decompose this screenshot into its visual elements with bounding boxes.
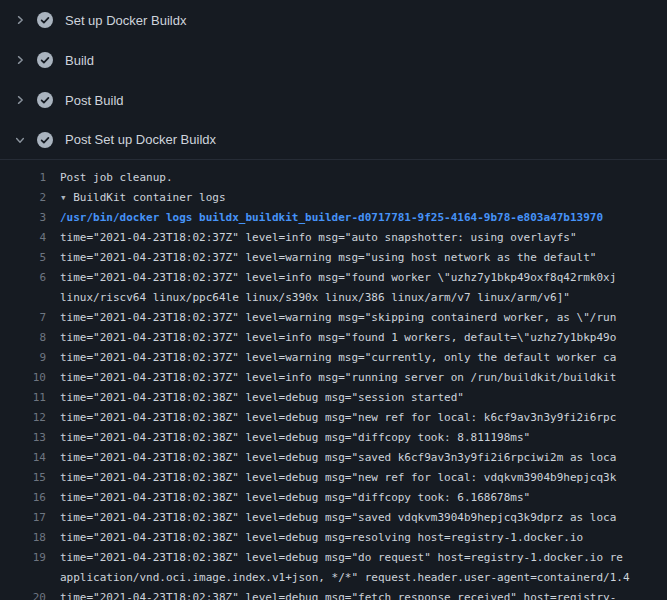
log-text: time="2021-04-23T18:02:38Z" level=debug …	[60, 528, 583, 548]
status-check-icon	[37, 52, 53, 68]
log-text: time="2021-04-23T18:02:38Z" level=debug …	[60, 468, 616, 488]
log-text: time="2021-04-23T18:02:38Z" level=debug …	[60, 488, 530, 508]
log-line: 16 time="2021-04-23T18:02:38Z" level=deb…	[0, 488, 667, 508]
line-number[interactable]: 9	[0, 348, 46, 368]
log-text: /usr/bin/docker logs buildx_buildkit_bui…	[60, 208, 603, 228]
log-line: 2 ▾ BuildKit container logs	[0, 188, 667, 208]
status-check-icon	[37, 92, 53, 108]
log-line: 18 time="2021-04-23T18:02:38Z" level=deb…	[0, 528, 667, 548]
log-text: time="2021-04-23T18:02:38Z" level=debug …	[60, 548, 630, 588]
log-line: 13 time="2021-04-23T18:02:38Z" level=deb…	[0, 428, 667, 448]
step-header[interactable]: Post Build	[0, 80, 667, 120]
chevron-down-icon	[12, 132, 28, 148]
log-text: time="2021-04-23T18:02:37Z" level=warnin…	[60, 248, 596, 268]
log-text: time="2021-04-23T18:02:38Z" level=debug …	[60, 448, 616, 468]
log-text: time="2021-04-23T18:02:37Z" level=info m…	[60, 328, 616, 348]
log-text: time="2021-04-23T18:02:38Z" level=debug …	[60, 508, 616, 528]
line-number[interactable]: 16	[0, 488, 46, 508]
line-number[interactable]: 14	[0, 448, 46, 468]
log-line: 17 time="2021-04-23T18:02:38Z" level=deb…	[0, 508, 667, 528]
line-number[interactable]: 15	[0, 468, 46, 488]
line-number[interactable]: 3	[0, 208, 46, 228]
log-line: 20 time="2021-04-23T18:02:38Z" level=deb…	[0, 588, 667, 600]
log-line: 10 time="2021-04-23T18:02:37Z" level=inf…	[0, 368, 667, 388]
log-line: 6 time="2021-04-23T18:02:37Z" level=info…	[0, 268, 667, 308]
log-text: time="2021-04-23T18:02:37Z" level=warnin…	[60, 348, 616, 368]
log-text: ▾ BuildKit container logs	[60, 188, 226, 208]
job-log-panel: Set up Docker Buildx Build Post Buil	[0, 0, 667, 600]
log-text: time="2021-04-23T18:02:37Z" level=info m…	[60, 368, 616, 388]
line-number[interactable]: 11	[0, 388, 46, 408]
line-number[interactable]: 13	[0, 428, 46, 448]
line-number[interactable]: 5	[0, 248, 46, 268]
log-line: 14 time="2021-04-23T18:02:38Z" level=deb…	[0, 448, 667, 468]
line-number[interactable]: 17	[0, 508, 46, 528]
line-number[interactable]: 19	[0, 548, 46, 568]
log-line: 4 time="2021-04-23T18:02:37Z" level=info…	[0, 228, 667, 248]
chevron-right-icon	[12, 12, 28, 28]
log-text: time="2021-04-23T18:02:38Z" level=debug …	[60, 408, 616, 428]
line-number[interactable]: 18	[0, 528, 46, 548]
log-text: time="2021-04-23T18:02:38Z" level=debug …	[60, 388, 464, 408]
line-number[interactable]: 4	[0, 228, 46, 248]
log-text: Post job cleanup.	[60, 168, 173, 188]
step-header[interactable]: Build	[0, 40, 667, 80]
chevron-right-icon	[12, 92, 28, 108]
chevron-right-icon	[12, 52, 28, 68]
log-view: 1 Post job cleanup. 2 ▾ BuildKit contain…	[0, 160, 667, 600]
step-label: Post Set up Docker Buildx	[65, 132, 216, 147]
line-number[interactable]: 1	[0, 168, 46, 188]
log-line: 7 time="2021-04-23T18:02:37Z" level=warn…	[0, 308, 667, 328]
log-line: 19 time="2021-04-23T18:02:38Z" level=deb…	[0, 548, 667, 588]
line-number[interactable]: 2	[0, 188, 46, 208]
log-line: 1 Post job cleanup.	[0, 168, 667, 188]
steps-list: Set up Docker Buildx Build Post Buil	[0, 0, 667, 160]
status-check-icon	[37, 12, 53, 28]
log-line: 11 time="2021-04-23T18:02:38Z" level=deb…	[0, 388, 667, 408]
line-number[interactable]: 6	[0, 268, 46, 288]
log-group-toggle-icon[interactable]: ▾	[60, 191, 73, 204]
log-text: time="2021-04-23T18:02:38Z" level=debug …	[60, 428, 530, 448]
line-number[interactable]: 8	[0, 328, 46, 348]
log-text: time="2021-04-23T18:02:37Z" level=info m…	[60, 228, 577, 248]
step-label: Build	[65, 53, 94, 68]
log-text: time="2021-04-23T18:02:37Z" level=warnin…	[60, 308, 616, 328]
log-text: time="2021-04-23T18:02:37Z" level=info m…	[60, 268, 616, 308]
status-check-icon	[37, 132, 53, 148]
log-text: time="2021-04-23T18:02:38Z" level=debug …	[60, 588, 616, 600]
step-header[interactable]: Post Set up Docker Buildx	[0, 120, 667, 160]
line-number[interactable]: 10	[0, 368, 46, 388]
line-number[interactable]: 20	[0, 588, 46, 600]
log-line: 3 /usr/bin/docker logs buildx_buildkit_b…	[0, 208, 667, 228]
step-header[interactable]: Set up Docker Buildx	[0, 0, 667, 40]
log-line: 8 time="2021-04-23T18:02:37Z" level=info…	[0, 328, 667, 348]
log-line: 5 time="2021-04-23T18:02:37Z" level=warn…	[0, 248, 667, 268]
log-line: 12 time="2021-04-23T18:02:38Z" level=deb…	[0, 408, 667, 428]
line-number[interactable]: 12	[0, 408, 46, 428]
log-line: 9 time="2021-04-23T18:02:37Z" level=warn…	[0, 348, 667, 368]
step-label: Post Build	[65, 93, 124, 108]
log-line: 15 time="2021-04-23T18:02:38Z" level=deb…	[0, 468, 667, 488]
line-number[interactable]: 7	[0, 308, 46, 328]
step-label: Set up Docker Buildx	[65, 13, 186, 28]
